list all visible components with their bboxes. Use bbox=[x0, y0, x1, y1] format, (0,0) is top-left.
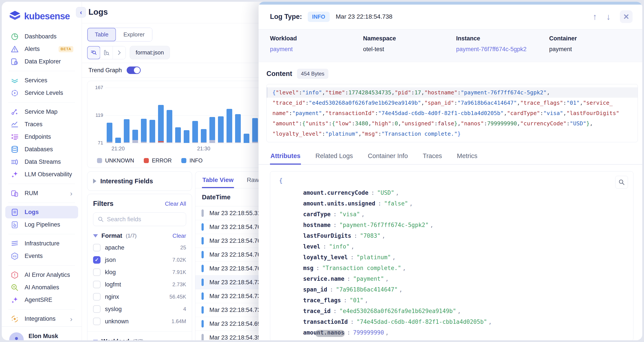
sidebar-item-logs[interactable]: Logs bbox=[5, 206, 78, 218]
sidebar-item-endpoints[interactable]: Endpoints bbox=[5, 130, 78, 143]
next-log-button[interactable]: ↓ bbox=[606, 12, 611, 21]
checkbox-checked-icon[interactable]: ✓ bbox=[93, 256, 100, 264]
user-box[interactable]: Elon Musk Demo bbox=[2, 326, 82, 340]
code-token: { bbox=[302, 120, 305, 127]
stacked-bar[interactable] bbox=[150, 120, 155, 143]
infra-icon bbox=[10, 239, 19, 248]
filter-option-unknown[interactable]: unknown1.64M bbox=[93, 315, 186, 328]
legend-label: UNKNOWN bbox=[105, 158, 134, 164]
tab-metrics[interactable]: Metrics bbox=[456, 150, 478, 165]
attribute-row: lastFourDigits:"7083", bbox=[303, 230, 624, 241]
stacked-bar[interactable] bbox=[192, 121, 198, 143]
stacked-bar[interactable] bbox=[166, 110, 172, 143]
caret-down-icon[interactable] bbox=[93, 340, 98, 340]
checkbox-icon[interactable] bbox=[93, 318, 100, 325]
stacked-bar[interactable] bbox=[175, 127, 181, 143]
stacked-bar[interactable] bbox=[244, 134, 249, 143]
code-search-button[interactable] bbox=[100, 46, 113, 59]
sidebar-item-events[interactable]: K8Events bbox=[5, 250, 78, 262]
filter-option-klog[interactable]: klog7.91K bbox=[93, 266, 186, 278]
interesting-fields-card[interactable]: Interesting Fields bbox=[87, 172, 192, 191]
log-content-code[interactable]: {"level":"info","time":1774284534735,"pi… bbox=[266, 84, 638, 142]
chevron-right-button[interactable] bbox=[113, 46, 126, 59]
meta-value[interactable]: payment-76f7ff674c-5gpk2 bbox=[456, 46, 549, 53]
sidebar-item-data-explorer[interactable]: Data Explorer bbox=[5, 55, 78, 68]
meta-value[interactable]: payment bbox=[270, 46, 363, 53]
attribute-row: msg:"Transaction complete.", bbox=[303, 263, 624, 274]
sidebar-item-llm-observability[interactable]: LLM Observability bbox=[5, 168, 78, 181]
sidebar-item-services[interactable]: Services bbox=[5, 74, 78, 87]
checkbox-icon[interactable] bbox=[93, 293, 100, 300]
stacked-bar[interactable] bbox=[218, 116, 224, 143]
sidebar-collapse-button[interactable]: ‹ bbox=[76, 7, 86, 18]
sidebar-item-log-pipelines[interactable]: Log Pipelines bbox=[5, 218, 78, 231]
sidebar-item-databases[interactable]: Databases bbox=[5, 143, 78, 156]
checkbox-icon[interactable] bbox=[93, 305, 100, 313]
caret-down-icon[interactable] bbox=[93, 234, 98, 238]
attribute-row: amount.currencyCode:"USD", bbox=[303, 188, 624, 198]
clear-all-button[interactable]: Clear All bbox=[165, 200, 186, 207]
checkbox-icon[interactable] bbox=[93, 281, 100, 288]
filter-option-logfmt[interactable]: logfmt2.73K bbox=[93, 278, 186, 291]
stacked-bar[interactable] bbox=[184, 130, 190, 143]
sidebar-item-alerts[interactable]: AlertsBETA bbox=[5, 43, 78, 55]
sidebar-item-dashboards[interactable]: Dashboards bbox=[5, 30, 78, 43]
filter-search-input[interactable] bbox=[107, 216, 184, 223]
prev-log-button[interactable]: ↑ bbox=[593, 12, 597, 21]
sidebar-item-rum[interactable]: RUM› bbox=[5, 187, 78, 200]
filter-option-apache[interactable]: apache25 bbox=[93, 242, 186, 254]
stacked-bar[interactable] bbox=[158, 105, 164, 143]
stacked-bar[interactable] bbox=[141, 119, 146, 143]
tab-container-info[interactable]: Container Info bbox=[368, 150, 408, 165]
stacked-bar[interactable] bbox=[124, 119, 130, 143]
filter-group-clear-button[interactable]: Clear bbox=[172, 232, 186, 239]
attribute-key: hostname bbox=[303, 222, 330, 228]
checkbox-icon[interactable] bbox=[93, 268, 100, 276]
attributes-search-button[interactable] bbox=[615, 176, 628, 188]
query-chip[interactable]: format:json bbox=[130, 46, 170, 59]
trend-graph-toggle[interactable] bbox=[127, 66, 141, 74]
log-row-datetime: Mar 23 22:18:54.761 bbox=[210, 224, 264, 230]
tab-traces[interactable]: Traces bbox=[422, 150, 442, 165]
filter-search-button[interactable] bbox=[87, 46, 100, 59]
sidebar-item-service-levels[interactable]: Service Levels bbox=[5, 87, 78, 99]
view-tab-table[interactable]: Table bbox=[87, 28, 116, 41]
code-token: : bbox=[458, 89, 461, 96]
tab-related-logs[interactable]: Related Logs bbox=[315, 150, 354, 165]
sidebar-item-ai-anomalies[interactable]: AI Anomalies bbox=[5, 281, 78, 294]
close-icon[interactable]: ✕ bbox=[620, 10, 632, 23]
filter-search-box[interactable] bbox=[93, 212, 186, 226]
attribute-value: "e4ed530268a0f626fa9e1b629ea9149b" bbox=[339, 308, 456, 314]
code-token: "pid" bbox=[395, 89, 411, 96]
sidebar-item-infrastructure[interactable]: Infrastructure bbox=[5, 237, 78, 250]
sidebar-item-service-map[interactable]: Service Map bbox=[5, 106, 78, 118]
code-token: , bbox=[504, 110, 507, 116]
sidebar-item-label: Events bbox=[24, 253, 73, 260]
sidebar-item-integrations[interactable]: Integrations› bbox=[5, 312, 78, 325]
sidebar-item-data-streams[interactable]: Data Streams bbox=[5, 156, 78, 168]
stacked-bar[interactable] bbox=[107, 123, 112, 143]
filter-option-syslog[interactable]: syslog4 bbox=[93, 303, 186, 315]
kubesense-logo-icon bbox=[9, 10, 21, 22]
filter-option-json[interactable]: ✓json7.02K bbox=[93, 254, 186, 266]
sidebar-item-ai-error-analytics[interactable]: AI Error Analytics bbox=[5, 269, 78, 281]
stacked-bar[interactable] bbox=[235, 114, 241, 143]
stacked-bar[interactable] bbox=[226, 109, 232, 143]
beta-badge: BETA bbox=[58, 46, 73, 52]
bar-segment-unknown bbox=[210, 140, 215, 143]
log-row-datetime: Mar 23 22:18:54.760 bbox=[210, 265, 264, 272]
sidebar-item-traces[interactable]: Traces bbox=[5, 118, 78, 130]
sidebar-item-agentsre[interactable]: AgentSRE bbox=[5, 294, 78, 306]
stacked-bar[interactable] bbox=[132, 130, 138, 143]
stacked-bar[interactable] bbox=[252, 118, 258, 143]
tab-attributes[interactable]: Attributes bbox=[270, 150, 301, 165]
checkbox-icon[interactable] bbox=[93, 244, 100, 251]
stacked-bar[interactable] bbox=[115, 138, 121, 143]
stacked-bar[interactable] bbox=[201, 129, 206, 143]
filter-option-nginx[interactable]: nginx56.45K bbox=[93, 291, 186, 303]
stacked-bar[interactable] bbox=[210, 117, 215, 143]
code-token: "high" bbox=[372, 120, 391, 127]
code-token: : bbox=[375, 110, 378, 116]
view-tab-explorer[interactable]: Explorer bbox=[116, 28, 152, 41]
table-tab-table-view[interactable]: Table View bbox=[202, 172, 234, 188]
